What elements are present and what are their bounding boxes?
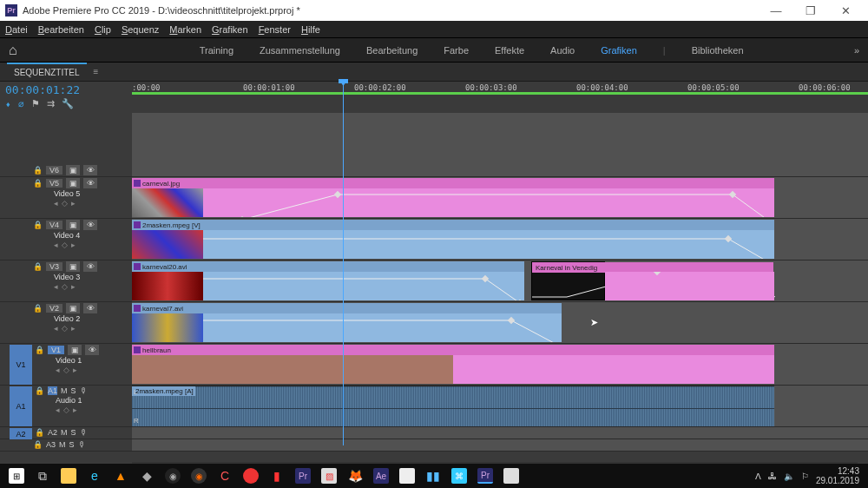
- track-label-v1[interactable]: V1: [48, 346, 64, 354]
- source-patch-a2[interactable]: A2: [10, 428, 32, 440]
- keyframe-icon[interactable]: [654, 272, 661, 275]
- track-content-v6[interactable]: [132, 113, 868, 176]
- track-label-a1[interactable]: A1: [48, 386, 57, 395]
- window-maximize-button[interactable]: ❐: [793, 4, 828, 17]
- mute-toggle[interactable]: M: [61, 386, 68, 395]
- menu-bearbeiten[interactable]: Bearbeiten: [38, 24, 84, 35]
- solo-toggle[interactable]: S: [71, 428, 76, 437]
- track-content-a2[interactable]: [132, 427, 868, 439]
- ripple-icon[interactable]: ⇉: [47, 98, 55, 109]
- snap-icon[interactable]: ⬧: [5, 98, 11, 109]
- prev-keyframe-icon[interactable]: ◂: [54, 199, 58, 208]
- timeline-tab-sequenztitel[interactable]: SEQUENZTITEL: [7, 63, 87, 81]
- track-label-v5[interactable]: V5: [46, 179, 62, 188]
- menu-hilfe[interactable]: Hilfe: [301, 24, 320, 35]
- workspace-audio[interactable]: Audio: [550, 45, 575, 56]
- lock-icon[interactable]: 🔒: [33, 304, 43, 313]
- track-visibility-toggle[interactable]: 👁: [83, 303, 97, 313]
- premiere-running-icon[interactable]: Pr: [472, 464, 498, 488]
- clip-karneval-venedig[interactable]: Karneval in Venedig: [531, 261, 605, 300]
- menu-datei[interactable]: Datei: [5, 24, 28, 35]
- clip-karneval20[interactable]: karneval20.avi: [132, 261, 524, 300]
- track-visibility-toggle[interactable]: 👁: [83, 220, 97, 230]
- track-label-v2[interactable]: V2: [46, 304, 62, 313]
- vlc-icon[interactable]: ▲: [108, 464, 134, 488]
- voice-over-icon[interactable]: 🎙: [80, 386, 88, 395]
- premiere-icon[interactable]: Pr: [290, 464, 316, 488]
- workspace-effekte[interactable]: Effekte: [495, 45, 524, 56]
- menu-grafiken[interactable]: Grafiken: [212, 24, 248, 35]
- app-icon-3[interactable]: ▮: [264, 464, 290, 488]
- taskbar-clock[interactable]: 12:43 29.01.2019: [816, 466, 859, 485]
- clip-karneval7[interactable]: karneval7.avi: [132, 303, 562, 342]
- lock-icon[interactable]: 🔒: [35, 428, 44, 437]
- track-label-a3[interactable]: A3: [46, 440, 56, 449]
- clip-2masken-v[interactable]: 2masken.mpeg [V]: [132, 220, 774, 259]
- workspace-grafiken[interactable]: Grafiken: [601, 45, 637, 56]
- marker-tool-icon[interactable]: ⚑: [31, 98, 40, 109]
- workspace-farbe[interactable]: Farbe: [444, 45, 469, 56]
- file-explorer-icon[interactable]: [56, 464, 82, 488]
- menu-marken[interactable]: Marken: [169, 24, 201, 35]
- app-icon-7[interactable]: [498, 464, 524, 488]
- clip-karneval-venedig-tail[interactable]: [605, 272, 774, 300]
- app-icon-4[interactable]: ▨: [316, 464, 342, 488]
- lock-icon[interactable]: 🔒: [33, 166, 43, 175]
- settings-wrench-icon[interactable]: 🔧: [62, 98, 74, 109]
- clip-2masken-a[interactable]: 2masken.mpeg [A] L R: [132, 386, 774, 426]
- clip-carneval[interactable]: carneval.jpg: [132, 178, 774, 217]
- track-output-toggle[interactable]: ▣: [66, 178, 80, 188]
- lock-icon[interactable]: 🔒: [33, 262, 43, 271]
- track-label-v6[interactable]: V6: [46, 166, 62, 175]
- mute-toggle[interactable]: M: [61, 428, 68, 437]
- solo-toggle[interactable]: S: [69, 440, 75, 449]
- davinci-icon[interactable]: ◉: [160, 464, 186, 488]
- gimp-icon[interactable]: ◆: [134, 464, 160, 488]
- track-output-toggle[interactable]: ▣: [68, 345, 82, 355]
- home-icon[interactable]: ⌂: [9, 43, 17, 58]
- playhead-indicator[interactable]: [343, 82, 344, 445]
- lock-icon[interactable]: 🔒: [35, 346, 44, 354]
- track-content-a3[interactable]: [132, 439, 868, 451]
- track-visibility-toggle[interactable]: 👁: [85, 345, 99, 355]
- track-content-a1[interactable]: 2masken.mpeg [A] L R: [132, 386, 868, 426]
- source-patch-v1[interactable]: V1: [10, 345, 32, 385]
- app-icon-5[interactable]: ▮▮: [420, 464, 446, 488]
- add-keyframe-icon[interactable]: ◇: [62, 199, 68, 208]
- track-content-v2[interactable]: karneval7.avi: [132, 302, 868, 343]
- workspace-bearbeitung[interactable]: Bearbeitung: [366, 45, 418, 56]
- lock-icon[interactable]: 🔒: [35, 386, 44, 395]
- next-keyframe-icon[interactable]: ▸: [71, 199, 76, 208]
- playhead-timecode[interactable]: 00:00:01:22: [5, 83, 127, 96]
- linked-selection-icon[interactable]: ⌀: [18, 98, 24, 109]
- track-content-v3[interactable]: karneval20.avi Karneval in Venedig: [132, 260, 868, 301]
- start-button[interactable]: ⊞: [3, 464, 30, 488]
- track-label-v4[interactable]: V4: [46, 221, 62, 229]
- track-visibility-toggle[interactable]: 👁: [83, 261, 97, 272]
- tray-volume-icon[interactable]: 🔈: [784, 472, 794, 481]
- task-view-icon[interactable]: ⧉: [30, 464, 56, 488]
- window-minimize-button[interactable]: —: [759, 4, 793, 17]
- track-visibility-toggle[interactable]: 👁: [83, 165, 97, 175]
- panel-menu-icon[interactable]: ≡: [94, 67, 99, 76]
- track-content-v4[interactable]: 2masken.mpeg [V]: [132, 219, 868, 260]
- track-visibility-toggle[interactable]: 👁: [83, 178, 97, 188]
- track-label-v3[interactable]: V3: [46, 262, 62, 271]
- app-icon-6[interactable]: ⌘: [446, 464, 472, 488]
- edge-icon[interactable]: e: [82, 464, 108, 488]
- workspace-overflow-icon[interactable]: »: [854, 45, 859, 56]
- menu-clip[interactable]: Clip: [95, 24, 111, 35]
- lock-icon[interactable]: 🔒: [33, 179, 43, 188]
- workspace-bibliotheken[interactable]: Bibliotheken: [692, 45, 744, 56]
- track-label-a2[interactable]: A2: [48, 428, 57, 437]
- source-patch-a1[interactable]: A1: [10, 386, 32, 426]
- lock-icon[interactable]: 🔒: [33, 440, 43, 449]
- ccleaner-icon[interactable]: С: [212, 464, 238, 488]
- lock-icon[interactable]: 🔒: [33, 221, 43, 229]
- menu-fenster[interactable]: Fenster: [259, 24, 291, 35]
- app-icon-1[interactable]: ◉: [186, 464, 212, 488]
- workspace-training[interactable]: Training: [200, 45, 233, 56]
- tray-flag-icon[interactable]: ⚐: [801, 472, 809, 481]
- tray-overflow-icon[interactable]: ᐱ: [755, 472, 761, 481]
- app-icon-2[interactable]: [238, 464, 264, 488]
